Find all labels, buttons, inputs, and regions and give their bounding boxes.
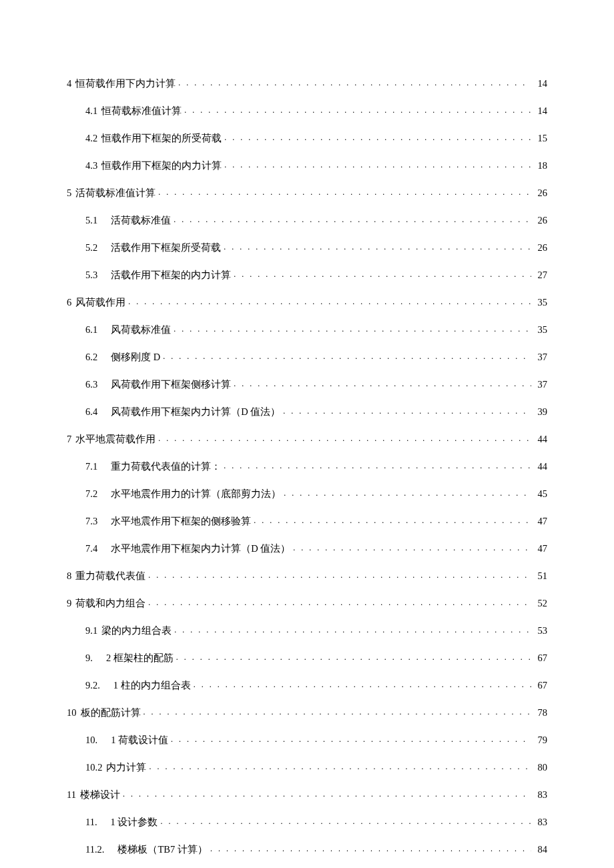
toc-entry-title: 恒载作用下框架的所受荷载 (101, 133, 222, 143)
toc-leader-dots (284, 487, 531, 497)
toc-entry-title: 活载作用下框架所受荷载 (111, 243, 221, 253)
toc-leader-dots (210, 843, 531, 853)
toc-entry: 4.3恒载作用下框架的内力计算18 (67, 159, 547, 170)
toc-entry-title: 风荷载作用 (75, 298, 125, 308)
toc-entry-page: 47 (534, 544, 547, 554)
toc-entry-number: 5.2 (85, 243, 97, 253)
toc-entry-number: 9 (67, 598, 71, 608)
toc-entry-title: 重力荷载代表值 (75, 571, 145, 581)
toc-entry-page: 39 (534, 407, 547, 417)
toc-leader-dots (224, 131, 531, 141)
toc-entry: 10.1 荷载设计值79 (67, 733, 547, 745)
toc-entry-title: 楼梯设计 (80, 790, 120, 800)
toc-entry-number: 7.4 (85, 544, 97, 554)
toc-entry-number: 5.1 (85, 215, 97, 226)
toc-entry-number: 10.2 (85, 763, 102, 773)
toc-entry: 10.2内力计算80 (67, 761, 547, 772)
toc-entry: 6.4风荷载作用下框架内力计算（D 值法）39 (67, 405, 547, 416)
toc-entry-title: 活荷载标准值计算 (75, 188, 156, 198)
toc-entry-title: 1 设计参数 (111, 817, 158, 827)
toc-entry-page: 35 (534, 325, 547, 335)
toc-leader-dots (293, 542, 531, 552)
toc-entry-number: 9.1 (85, 626, 97, 636)
toc-leader-dots (174, 323, 531, 333)
toc-entry: 5.3活载作用下框架的内力计算27 (67, 268, 547, 280)
toc-entry-page: 26 (534, 188, 547, 198)
toc-entry-page: 14 (534, 79, 547, 89)
toc-entry: 11楼梯设计83 (67, 788, 547, 799)
toc-leader-dots (163, 350, 531, 360)
toc-entry-title: 水平地震作用力的计算（底部剪力法） (111, 489, 281, 499)
toc-entry-title: 荷载和内力组合 (75, 598, 145, 608)
toc-entry-page: 27 (534, 270, 547, 280)
toc-entry-number: 8 (67, 571, 71, 581)
toc-entry: 9.2 框架柱的配筋67 (67, 651, 547, 663)
toc-entry-title: 侧移刚度 D (111, 352, 160, 362)
toc-entry-title: 水平地震作用下框架内力计算（D 值法） (111, 544, 290, 554)
toc-leader-dots (128, 296, 531, 306)
toc-entry-title: 恒荷载标准值计算 (101, 106, 182, 116)
toc-entry: 5活荷载标准值计算26 (67, 186, 547, 197)
toc-entry: 6.3风荷载作用下框架侧移计算37 (67, 378, 547, 389)
toc-entry-number: 10. (85, 735, 97, 745)
toc-entry-page: 14 (534, 106, 547, 116)
toc-entry-number: 9.2. (85, 681, 100, 691)
toc-entry: 4恒荷载作用下内力计算14 (67, 77, 547, 88)
toc-entry-title: 楼梯板（TB7 计算） (117, 845, 207, 855)
toc-entry-page: 37 (534, 380, 547, 390)
toc-entry-page: 37 (534, 352, 547, 362)
toc-entry: 9荷载和内力组合52 (67, 596, 547, 608)
toc-leader-dots (224, 159, 531, 169)
toc-leader-dots (160, 815, 531, 825)
toc-entry: 5.2活载作用下框架所受荷载26 (67, 241, 547, 252)
toc-entry-page: 79 (534, 735, 547, 745)
toc-entry-page: 15 (534, 133, 547, 143)
toc-entry-title: 2 框架柱的配筋 (106, 653, 174, 663)
toc-leader-dots (171, 733, 531, 743)
toc-entry: 9.1梁的内力组合表53 (67, 624, 547, 635)
toc-entry-page: 67 (534, 681, 547, 691)
toc-entry: 4.1恒荷载标准值计算14 (67, 104, 547, 115)
toc-entry: 4.2恒载作用下框架的所受荷载15 (67, 131, 547, 143)
toc-entry-number: 5 (67, 188, 71, 198)
toc-entry-page: 83 (534, 790, 547, 800)
toc-entry-number: 6.3 (85, 380, 97, 390)
toc-leader-dots (234, 268, 531, 278)
toc-page: 4恒荷载作用下内力计算144.1恒荷载标准值计算144.2恒载作用下框架的所受荷… (0, 0, 614, 868)
toc-leader-dots (174, 624, 531, 634)
toc-leader-dots (184, 104, 531, 114)
toc-leader-dots (174, 213, 531, 224)
toc-entry-page: 51 (534, 571, 547, 581)
toc-entry-page: 84 (534, 845, 547, 855)
toc-entry-title: 板的配筋计算 (81, 708, 141, 718)
toc-entry-page: 83 (534, 817, 547, 827)
toc-entry-number: 11 (67, 790, 76, 800)
toc-entry-title: 活荷载标准值 (111, 215, 171, 226)
toc-entry: 11.2.楼梯板（TB7 计算）84 (67, 843, 547, 854)
toc-leader-dots (283, 405, 531, 415)
toc-entry-page: 67 (534, 653, 547, 663)
toc-entry: 6.2侧移刚度 D37 (67, 350, 547, 362)
toc-entry-page: 78 (534, 708, 547, 718)
toc-leader-dots (123, 788, 531, 798)
toc-entry-title: 水平地震作用下框架的侧移验算 (111, 516, 251, 526)
toc-entry-title: 内力计算 (106, 763, 146, 773)
toc-entry-title: 风荷载作用下框架侧移计算 (111, 380, 231, 390)
toc-entry-title: 水平地震荷载作用 (75, 434, 156, 444)
toc-entry-page: 52 (534, 598, 547, 608)
toc-entry-title: 恒载作用下框架的内力计算 (101, 161, 222, 171)
toc-entry-number: 7.3 (85, 516, 97, 526)
toc-entry-number: 4.2 (85, 133, 97, 143)
toc-entry-number: 6.2 (85, 352, 97, 362)
toc-entry-page: 47 (534, 516, 547, 526)
toc-entry: 10板的配筋计算78 (67, 706, 547, 717)
toc-entry-number: 4.3 (85, 161, 97, 171)
toc-entry-page: 45 (534, 489, 547, 499)
toc-leader-dots (158, 432, 531, 442)
toc-entry-page: 44 (534, 462, 547, 472)
toc-leader-dots (194, 679, 531, 689)
toc-entry-number: 7.1 (85, 462, 97, 472)
toc-leader-dots (254, 514, 531, 524)
toc-entry-number: 6.1 (85, 325, 97, 335)
toc-leader-dots (234, 378, 531, 388)
